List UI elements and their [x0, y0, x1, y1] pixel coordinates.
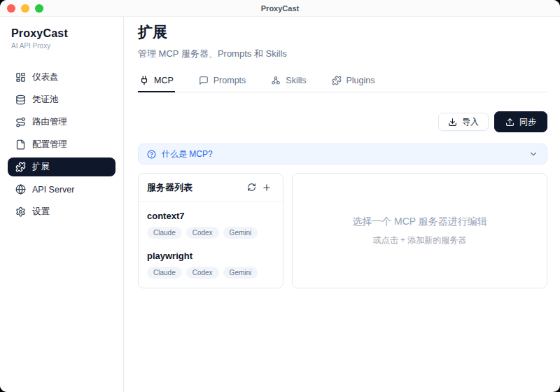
- sidebar-item-routes[interactable]: 路由管理: [8, 113, 115, 132]
- chevron-down-icon: [528, 149, 538, 159]
- sidebar-item-label: 仪表盘: [32, 71, 59, 83]
- sidebar-item-label: 设置: [32, 206, 50, 218]
- traffic-lights: [7, 0, 43, 17]
- file-icon: [15, 139, 26, 150]
- tab-label: MCP: [154, 76, 174, 85]
- sidebar-item-api-server[interactable]: API Server: [8, 180, 115, 199]
- upload-icon: [505, 118, 514, 127]
- import-button[interactable]: 导入: [438, 113, 489, 131]
- minimize-window-button[interactable]: [21, 4, 29, 13]
- sidebar-item-dashboard[interactable]: 仪表盘: [8, 68, 115, 87]
- sidebar-item-extensions[interactable]: 扩展: [8, 158, 115, 176]
- page-subtitle: 管理 MCP 服务器、Prompts 和 Skills: [138, 48, 547, 60]
- app-subtitle: AI API Proxy: [11, 41, 115, 51]
- client-badge: Codex: [186, 267, 219, 279]
- sidebar-nav: 仪表盘 凭证池 路由管理: [8, 68, 115, 221]
- sidebar-item-label: 凭证池: [32, 94, 59, 106]
- import-button-label: 导入: [462, 116, 479, 128]
- sync-button-label: 同步: [519, 116, 536, 128]
- server-badges: Claude Codex Gemini: [147, 227, 274, 239]
- app-window: ProxyCast ProxyCast AI API Proxy 仪表盘: [0, 0, 560, 392]
- client-badge: Codex: [186, 227, 219, 239]
- server-list-title: 服务器列表: [147, 181, 244, 194]
- gear-icon: [15, 206, 26, 217]
- server-name: playwright: [147, 251, 274, 262]
- editor-placeholder-title: 选择一个 MCP 服务器进行编辑: [352, 216, 487, 228]
- sidebar-item-settings[interactable]: 设置: [8, 202, 115, 221]
- app-name: ProxyCast: [11, 27, 115, 41]
- banner-text: 什么是 MCP?: [162, 148, 523, 160]
- server-item-playwright[interactable]: playwright Claude Codex Gemini: [147, 251, 274, 279]
- dashboard-icon: [15, 72, 26, 83]
- help-circle-icon: [147, 150, 156, 159]
- puzzle-icon: [332, 76, 342, 85]
- puzzle-icon: [15, 162, 26, 172]
- client-badge: Gemini: [223, 267, 258, 279]
- tab-skills[interactable]: Skills: [270, 76, 307, 92]
- page-title: 扩展: [138, 22, 547, 42]
- globe-icon: [15, 184, 26, 195]
- titlebar: ProxyCast: [0, 0, 560, 17]
- plug-icon: [139, 76, 149, 85]
- sidebar: ProxyCast AI API Proxy 仪表盘 凭证池: [0, 17, 124, 392]
- editor-placeholder-hint: 或点击 + 添加新的服务器: [373, 234, 467, 246]
- sidebar-item-label: 路由管理: [32, 116, 67, 128]
- main-content: 扩展 管理 MCP 服务器、Prompts 和 Skills MCP Promp…: [124, 17, 560, 392]
- server-name: context7: [147, 211, 274, 222]
- add-server-button[interactable]: [259, 180, 274, 195]
- tab-prompts[interactable]: Prompts: [197, 76, 248, 92]
- download-icon: [448, 118, 457, 127]
- tab-label: Prompts: [214, 76, 246, 85]
- sidebar-item-label: API Server: [32, 185, 74, 195]
- sidebar-item-config[interactable]: 配置管理: [8, 135, 115, 154]
- client-badge: Gemini: [223, 227, 258, 239]
- cluster-icon: [271, 76, 281, 85]
- server-items: context7 Claude Codex Gemini playwright …: [139, 202, 283, 300]
- message-icon: [199, 76, 209, 85]
- route-icon: [15, 117, 26, 127]
- tab-label: Skills: [286, 76, 306, 85]
- app-logo: ProxyCast AI API Proxy: [8, 27, 115, 51]
- tab-label: Plugins: [346, 76, 375, 85]
- server-list-panel: 服务器列表: [138, 173, 284, 288]
- sidebar-item-label: 配置管理: [32, 139, 67, 150]
- plus-icon: [262, 183, 272, 192]
- client-badge: Claude: [147, 227, 182, 239]
- server-editor-panel: 选择一个 MCP 服务器进行编辑 或点击 + 添加新的服务器: [292, 173, 547, 288]
- tab-mcp[interactable]: MCP: [138, 76, 175, 92]
- refresh-button[interactable]: [244, 180, 259, 195]
- window-title: ProxyCast: [261, 4, 299, 13]
- sidebar-item-label: 扩展: [32, 161, 50, 173]
- tab-bar: MCP Prompts Skills: [138, 76, 547, 92]
- tab-plugins[interactable]: Plugins: [330, 76, 377, 92]
- server-item-context7[interactable]: context7 Claude Codex Gemini: [147, 211, 274, 239]
- sidebar-item-credentials[interactable]: 凭证池: [8, 90, 115, 109]
- close-window-button[interactable]: [7, 4, 15, 13]
- server-list-header: 服务器列表: [139, 174, 283, 202]
- zoom-window-button[interactable]: [35, 4, 43, 13]
- sync-button[interactable]: 同步: [494, 111, 547, 132]
- refresh-icon: [247, 183, 256, 192]
- client-badge: Claude: [147, 267, 182, 279]
- server-badges: Claude Codex Gemini: [147, 267, 274, 279]
- mcp-info-banner[interactable]: 什么是 MCP?: [138, 144, 547, 164]
- toolbar: 导入 同步: [138, 111, 547, 132]
- database-icon: [15, 94, 26, 105]
